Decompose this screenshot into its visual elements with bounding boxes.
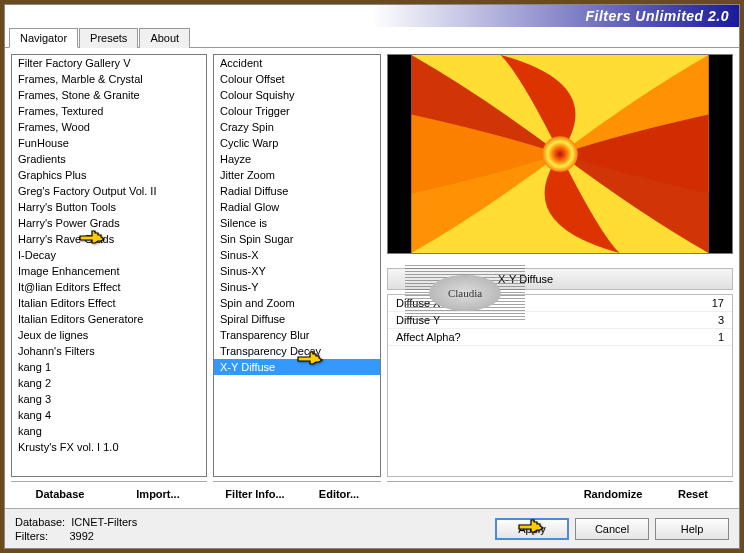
filter-buttons: Filter Info... Editor... — [213, 481, 381, 502]
list-item[interactable]: Jitter Zoom — [214, 167, 380, 183]
tab-presets[interactable]: Presets — [79, 28, 138, 48]
db-value: ICNET-Filters — [71, 516, 137, 528]
list-item[interactable]: Filter Factory Gallery V — [12, 55, 206, 71]
footer-info: Database: ICNET-Filters Filters: 3992 — [15, 515, 489, 543]
list-item[interactable]: kang — [12, 423, 206, 439]
list-item[interactable]: Colour Offset — [214, 71, 380, 87]
main-area: Filter Factory Gallery VFrames, Marble &… — [5, 48, 739, 508]
list-item[interactable]: kang 2 — [12, 375, 206, 391]
preview-buttons: Randomize Reset — [387, 481, 733, 502]
list-item[interactable]: FunHouse — [12, 135, 206, 151]
list-item[interactable]: Jeux de lignes — [12, 327, 206, 343]
list-item[interactable]: Transparency Blur — [214, 327, 380, 343]
filter-info-button[interactable]: Filter Info... — [213, 488, 297, 500]
category-column: Filter Factory Gallery VFrames, Marble &… — [11, 54, 207, 502]
list-item[interactable]: Harry's Rave Grads — [12, 231, 206, 247]
list-item[interactable]: Frames, Stone & Granite — [12, 87, 206, 103]
list-item[interactable]: Spin and Zoom — [214, 295, 380, 311]
app-title: Filters Unlimited 2.0 — [585, 8, 729, 24]
list-item[interactable]: Transparency Decay — [214, 343, 380, 359]
list-item[interactable]: Sinus-XY — [214, 263, 380, 279]
watermark-text: Claudia — [429, 275, 501, 311]
list-item[interactable]: kang 4 — [12, 407, 206, 423]
list-item[interactable]: Sinus-X — [214, 247, 380, 263]
list-item[interactable]: I-Decay — [12, 247, 206, 263]
randomize-button[interactable]: Randomize — [573, 488, 653, 500]
footer-bar: Database: ICNET-Filters Filters: 3992 Ap… — [5, 508, 739, 548]
database-button[interactable]: Database — [11, 488, 109, 500]
list-item[interactable]: Harry's Button Tools — [12, 199, 206, 215]
apply-button[interactable]: Apply — [495, 518, 569, 540]
list-item[interactable]: Silence is — [214, 215, 380, 231]
reset-button[interactable]: Reset — [653, 488, 733, 500]
list-item[interactable]: Spiral Diffuse — [214, 311, 380, 327]
list-item[interactable]: Image Enhancement — [12, 263, 206, 279]
db-label: Database: — [15, 516, 65, 528]
list-item[interactable]: Sin Spin Sugar — [214, 231, 380, 247]
tab-navigator[interactable]: Navigator — [9, 28, 78, 48]
list-item[interactable]: Italian Editors Effect — [12, 295, 206, 311]
list-item[interactable]: Frames, Marble & Crystal — [12, 71, 206, 87]
list-item[interactable]: Frames, Textured — [12, 103, 206, 119]
list-item[interactable]: Radial Glow — [214, 199, 380, 215]
param-row[interactable]: Affect Alpha?1 — [388, 329, 732, 346]
list-item[interactable]: It@lian Editors Effect — [12, 279, 206, 295]
param-value: 17 — [712, 297, 724, 309]
preview-area — [387, 54, 733, 254]
category-buttons: Database Import... — [11, 481, 207, 502]
import-button[interactable]: Import... — [109, 488, 207, 500]
list-item[interactable]: X-Y Diffuse — [214, 359, 380, 375]
cancel-button[interactable]: Cancel — [575, 518, 649, 540]
watermark: Claudia — [405, 265, 525, 321]
preview-image — [388, 55, 732, 253]
list-item[interactable]: Greg's Factory Output Vol. II — [12, 183, 206, 199]
tab-about[interactable]: About — [139, 28, 190, 48]
editor-button[interactable]: Editor... — [297, 488, 381, 500]
filter-column: AccidentColour OffsetColour SquishyColou… — [213, 54, 381, 502]
list-item[interactable]: Harry's Power Grads — [12, 215, 206, 231]
list-item[interactable]: Gradients — [12, 151, 206, 167]
param-value: 3 — [718, 314, 724, 326]
list-item[interactable]: Cyclic Warp — [214, 135, 380, 151]
list-item[interactable]: Johann's Filters — [12, 343, 206, 359]
filters-count: 3992 — [69, 530, 93, 542]
category-listbox[interactable]: Filter Factory Gallery VFrames, Marble &… — [11, 54, 207, 477]
list-item[interactable]: Colour Trigger — [214, 103, 380, 119]
title-bar: Filters Unlimited 2.0 — [5, 5, 739, 27]
list-item[interactable]: Crazy Spin — [214, 119, 380, 135]
svg-point-1 — [542, 136, 578, 172]
filters-label: Filters: — [15, 530, 48, 542]
list-item[interactable]: Colour Squishy — [214, 87, 380, 103]
list-item[interactable]: Sinus-Y — [214, 279, 380, 295]
tab-strip: NavigatorPresetsAbout — [5, 27, 739, 48]
list-item[interactable]: Radial Diffuse — [214, 183, 380, 199]
filter-listbox[interactable]: AccidentColour OffsetColour SquishyColou… — [213, 54, 381, 477]
help-button[interactable]: Help — [655, 518, 729, 540]
list-item[interactable]: Hayze — [214, 151, 380, 167]
parameter-list[interactable]: Diffuse X17Diffuse Y3Affect Alpha?1 — [387, 294, 733, 477]
list-item[interactable]: kang 3 — [12, 391, 206, 407]
param-name: Affect Alpha? — [396, 331, 718, 343]
param-value: 1 — [718, 331, 724, 343]
list-item[interactable]: kang 1 — [12, 359, 206, 375]
list-item[interactable]: Graphics Plus — [12, 167, 206, 183]
app-window: Filters Unlimited 2.0 NavigatorPresetsAb… — [4, 4, 740, 549]
list-item[interactable]: Frames, Wood — [12, 119, 206, 135]
list-item[interactable]: Krusty's FX vol. I 1.0 — [12, 439, 206, 455]
list-item[interactable]: Italian Editors Generatore — [12, 311, 206, 327]
list-item[interactable]: Accident — [214, 55, 380, 71]
